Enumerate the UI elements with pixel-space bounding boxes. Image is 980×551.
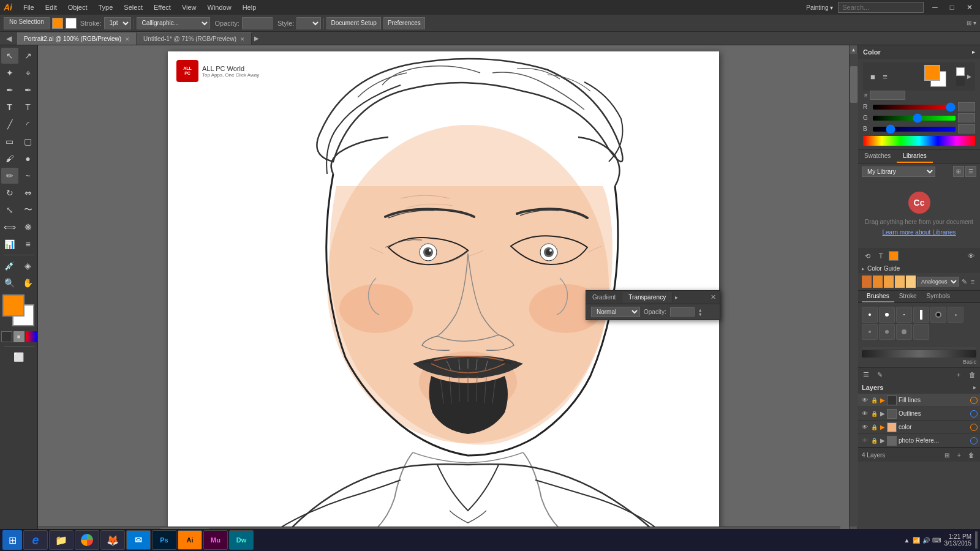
symbols-tab[interactable]: Symbols bbox=[922, 291, 955, 302]
library-list-view[interactable]: ☰ bbox=[965, 166, 976, 177]
taskbar-firefox[interactable]: 🦊 bbox=[100, 530, 125, 550]
fg-color-indicator[interactable] bbox=[924, 65, 940, 81]
tab-untitled[interactable]: Untitled-1* @ 71% (RGB/Preview) ✕ bbox=[137, 32, 252, 45]
panel-eye-icon[interactable]: 👁 bbox=[965, 250, 976, 261]
area-type-tool[interactable]: T bbox=[20, 99, 37, 115]
rotate-tool[interactable]: ↻ bbox=[1, 185, 18, 201]
opacity-down-icon[interactable]: ▼ bbox=[698, 312, 703, 317]
menu-type[interactable]: Type bbox=[94, 2, 118, 12]
gradient-tab[interactable]: Gradient bbox=[586, 292, 622, 302]
menu-effect[interactable]: Effect bbox=[149, 2, 176, 12]
panel-collapse-btn[interactable]: ◀ bbox=[0, 32, 17, 45]
color-spectrum[interactable] bbox=[863, 136, 975, 146]
panel-icon-2[interactable]: T bbox=[875, 250, 886, 261]
transparency-tab[interactable]: Transparency bbox=[622, 292, 673, 302]
color-guide-header[interactable]: ▸ Color Guide bbox=[858, 264, 980, 273]
orange-swatch-small[interactable] bbox=[889, 251, 899, 261]
r-value[interactable]: 255 bbox=[958, 102, 975, 111]
menu-select[interactable]: Select bbox=[119, 2, 148, 12]
search-input[interactable] bbox=[838, 2, 924, 13]
lasso-tool[interactable]: ⌖ bbox=[20, 65, 37, 81]
type-tool[interactable]: T bbox=[1, 99, 18, 115]
scroll-track[interactable] bbox=[850, 54, 858, 527]
arc-tool[interactable]: ◜ bbox=[20, 116, 37, 132]
brush-dot-4[interactable] bbox=[913, 307, 929, 323]
brush-dot-6[interactable] bbox=[948, 307, 963, 323]
r-slider[interactable] bbox=[873, 105, 956, 110]
speaker-icon[interactable]: 🔊 bbox=[922, 537, 930, 544]
layer-eye-4[interactable]: 👁 bbox=[861, 437, 869, 445]
cg-swatch-3[interactable] bbox=[884, 276, 894, 288]
b-slider[interactable] bbox=[873, 127, 956, 132]
scroll-up-button[interactable]: ▲ bbox=[850, 45, 858, 54]
transparency-close-button[interactable]: ✕ bbox=[707, 293, 720, 301]
maximize-button[interactable]: □ bbox=[946, 3, 958, 12]
cg-swatch-4[interactable] bbox=[895, 276, 905, 288]
menu-edit[interactable]: Edit bbox=[40, 2, 62, 12]
cg-options-icon[interactable]: ≡ bbox=[969, 276, 976, 287]
layer-fill-lines[interactable]: 👁 🔒 ▶ Fill lines bbox=[858, 394, 980, 407]
hand-tool[interactable]: ✋ bbox=[20, 275, 37, 291]
layer-lock-1[interactable]: 🔒 bbox=[871, 397, 878, 403]
blob-brush-tool[interactable]: ● bbox=[20, 151, 37, 167]
library-grid-view[interactable]: ⊞ bbox=[953, 166, 964, 177]
menu-view[interactable]: View bbox=[177, 2, 202, 12]
fg-color-swatch[interactable] bbox=[2, 294, 24, 317]
taskbar-photoshop[interactable]: Ps bbox=[152, 530, 176, 550]
brush-dot-3[interactable] bbox=[896, 307, 912, 323]
network-icon[interactable]: 📶 bbox=[913, 537, 920, 544]
rect-tool[interactable]: ▭ bbox=[1, 133, 18, 149]
tab-untitled-close[interactable]: ✕ bbox=[240, 36, 245, 42]
scale-tool[interactable]: ⤡ bbox=[1, 202, 18, 218]
layer-color[interactable]: 👁 🔒 ▶ color bbox=[858, 421, 980, 434]
bar-graph-tool[interactable]: ≡ bbox=[20, 236, 37, 252]
brush-select[interactable]: Calligraphic... bbox=[137, 17, 210, 29]
cg-swatch-1[interactable] bbox=[862, 276, 872, 288]
stroke-weight-select[interactable]: 1pt2pt bbox=[104, 17, 131, 29]
color-display-icon[interactable]: ■ bbox=[867, 70, 879, 83]
menu-object[interactable]: Object bbox=[63, 2, 92, 12]
symbol-tool[interactable]: ❋ bbox=[20, 219, 37, 235]
zoom-tool[interactable]: 🔍 bbox=[1, 275, 18, 291]
tray-arrow[interactable]: ▲ bbox=[904, 537, 910, 544]
gradient-swatch[interactable] bbox=[26, 331, 37, 342]
menu-file[interactable]: File bbox=[18, 2, 39, 12]
taskbar-dreamweaver[interactable]: Dw bbox=[229, 530, 254, 550]
taskbar-explorer[interactable]: 📁 bbox=[49, 530, 74, 550]
show-desktop-btn[interactable] bbox=[975, 531, 978, 549]
menu-window[interactable]: Window bbox=[203, 2, 236, 12]
layer-lock-2[interactable]: 🔒 bbox=[871, 411, 878, 417]
scroll-thumb[interactable] bbox=[850, 66, 858, 103]
color-guide-select[interactable]: Analogous bbox=[917, 277, 959, 287]
layer-eye-3[interactable]: 👁 bbox=[861, 423, 869, 432]
spectrum-icon[interactable]: ≡ bbox=[879, 70, 891, 83]
close-button[interactable]: ✕ bbox=[963, 3, 976, 12]
delete-layer-button[interactable]: 🗑 bbox=[967, 450, 976, 460]
tab-portrait2-close[interactable]: ✕ bbox=[125, 36, 130, 42]
stroke-color-swatch[interactable] bbox=[66, 18, 77, 29]
g-slider[interactable] bbox=[873, 116, 956, 121]
libraries-tab[interactable]: Libraries bbox=[897, 150, 932, 163]
brushes-tab[interactable]: Brushes bbox=[862, 291, 894, 302]
pen-tool[interactable]: ✒ bbox=[1, 82, 18, 98]
fill-color-swatch[interactable] bbox=[52, 18, 63, 29]
color-options-icon[interactable]: ▶ bbox=[967, 73, 971, 80]
blend-mode-select[interactable]: Normal bbox=[591, 307, 640, 317]
layer-eye-1[interactable]: 👁 bbox=[861, 396, 869, 405]
opacity-stepper[interactable]: ▲ ▼ bbox=[698, 308, 703, 317]
layer-outlines[interactable]: 👁 🔒 ▶ Outlines bbox=[858, 407, 980, 421]
none-swatch[interactable] bbox=[1, 331, 12, 342]
swatches-tab[interactable]: Swatches bbox=[858, 150, 897, 163]
tab-portrait2[interactable]: Portrait2.ai @ 100% (RGB/Preview) ✕ bbox=[17, 32, 137, 45]
brush-dot-5[interactable] bbox=[930, 307, 946, 323]
brush-dot-2[interactable] bbox=[879, 307, 895, 323]
smooth-tool[interactable]: ~ bbox=[20, 168, 37, 184]
layer-lock-4[interactable]: 🔒 bbox=[871, 438, 878, 444]
stroke-tab[interactable]: Stroke bbox=[894, 291, 922, 302]
cg-edit-icon[interactable]: ✎ bbox=[960, 276, 968, 287]
opacity-up-icon[interactable]: ▲ bbox=[698, 308, 703, 312]
warp-tool[interactable]: 〜 bbox=[20, 202, 37, 218]
preferences-button[interactable]: Preferences bbox=[383, 17, 425, 29]
tab-arrow-right[interactable]: ▶ bbox=[252, 35, 262, 42]
color-panel-expand-icon[interactable]: ▸ bbox=[972, 49, 975, 55]
